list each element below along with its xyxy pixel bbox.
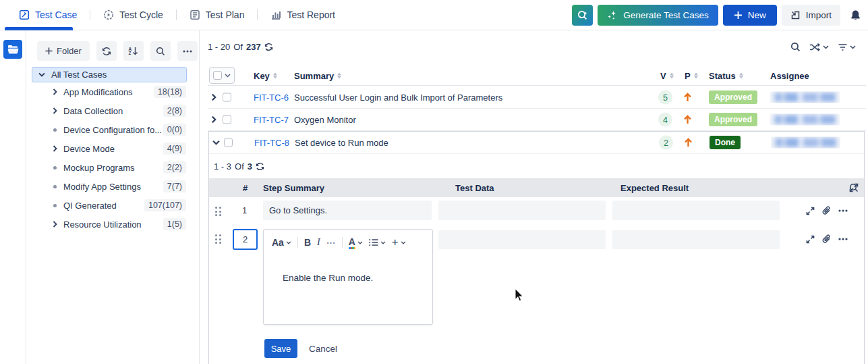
more-step-actions-icon[interactable] (838, 238, 848, 240)
text-style-dropdown[interactable]: Aa (272, 237, 291, 248)
import-button[interactable]: Import (782, 5, 840, 26)
test-case-summary[interactable]: Successful User Login and Bulk Import of… (294, 93, 502, 103)
more-step-actions-icon[interactable] (838, 209, 848, 212)
folders-panel-toggle[interactable] (3, 40, 22, 59)
expand-step-icon[interactable] (806, 207, 815, 215)
refresh-folders-button[interactable] (96, 41, 117, 61)
expand-row-icon[interactable] (211, 116, 216, 124)
step-summary-editor[interactable]: Aa B I ⋯ A + Enable the Run mode. (263, 229, 433, 325)
column-header-version[interactable]: V (660, 71, 674, 81)
tree-item-label: Device Mode (63, 144, 163, 154)
tab-test-cycle[interactable]: Test Cycle (103, 9, 163, 20)
test-case-key-link[interactable]: FIT-TC-6 (254, 93, 289, 103)
version-badge: 5 (658, 90, 672, 105)
column-header-summary[interactable]: Summary (294, 71, 341, 81)
row-checkbox[interactable] (224, 138, 233, 147)
ai-search-button[interactable] (572, 5, 593, 26)
sort-arrows-icon (739, 73, 743, 79)
tree-item-app-modifications[interactable]: App Modifications 18(18) (27, 82, 199, 101)
tree-item-count: 1(5) (163, 218, 186, 230)
select-all-control[interactable] (209, 67, 235, 84)
attachment-icon[interactable] (822, 206, 831, 215)
tab-test-case[interactable]: Test Case (19, 9, 77, 20)
test-plan-icon (190, 9, 200, 20)
more-folder-actions-button[interactable] (177, 41, 198, 61)
refresh-icon[interactable] (264, 43, 273, 51)
test-cycle-icon (103, 9, 114, 20)
tree-item-device-configuration[interactable]: Device Configuration fo... 0(0) (27, 120, 199, 139)
text-color-dropdown[interactable]: A (349, 236, 363, 249)
sort-folders-button[interactable]: AZ (123, 41, 144, 61)
italic-button[interactable]: I (317, 237, 320, 248)
toolbar-separator (342, 237, 343, 248)
tree-item-data-collection[interactable]: Data Collection 2(8) (27, 101, 199, 120)
select-all-checkbox[interactable] (213, 71, 222, 80)
tree-item-resource-utilization[interactable]: Resource Utilization 1(5) (27, 215, 199, 234)
sidebar-toolbar: Folder AZ (37, 41, 198, 61)
notifications-bell-icon[interactable] (850, 9, 861, 22)
test-case-key-link[interactable]: FIT-TC-8 (254, 138, 289, 148)
column-header-status[interactable]: Status (709, 71, 743, 81)
chevron-right-icon (50, 145, 59, 152)
tab-label: Test Plan (206, 9, 245, 20)
refresh-icon[interactable] (256, 162, 264, 171)
tree-item-modify-app-settings[interactable]: Modify App Settings 7(7) (27, 177, 199, 196)
step-summary-cell[interactable]: Go to Settings. (263, 201, 432, 220)
row-checkbox[interactable] (223, 115, 231, 124)
bold-button[interactable]: B (304, 237, 311, 248)
row-checkbox[interactable] (223, 93, 231, 102)
tab-test-plan[interactable]: Test Plan (190, 9, 245, 20)
table-row[interactable]: FIT-TC-6 Successful User Login and Bulk … (208, 86, 866, 109)
test-case-summary[interactable]: Oxygen Monitor (294, 115, 356, 125)
leaf-dot-icon (50, 166, 59, 170)
column-header-priority[interactable]: P (685, 71, 698, 81)
search-icon (156, 47, 165, 56)
tree-item-device-mode[interactable]: Device Mode 4(9) (27, 139, 199, 158)
drag-handle[interactable] (215, 207, 221, 216)
step-expected-result-cell[interactable] (612, 201, 780, 220)
expand-steps-icon[interactable] (849, 183, 859, 192)
step-test-data-cell[interactable] (438, 201, 606, 220)
shuffle-columns-control[interactable] (809, 43, 829, 52)
expand-step-icon[interactable] (806, 235, 815, 244)
cancel-button[interactable]: Cancel (309, 339, 337, 358)
filter-control[interactable] (838, 43, 856, 51)
step-number-input[interactable] (233, 229, 258, 250)
chevron-right-icon (50, 221, 59, 228)
attachment-icon[interactable] (822, 234, 831, 244)
save-button[interactable]: Save (264, 339, 297, 358)
sparkles-icon (607, 10, 617, 20)
more-formatting-button[interactable]: ⋯ (326, 237, 336, 248)
collapse-row-icon[interactable] (212, 140, 220, 145)
expand-row-icon[interactable] (211, 94, 216, 101)
column-header-assignee[interactable]: Assignee (770, 71, 809, 81)
table-row[interactable]: FIT-TC-7 Oxygen Monitor 4 Approved (208, 109, 866, 131)
generate-test-cases-button[interactable]: Generate Test Cases (598, 5, 718, 26)
tree-item-mockup-programs[interactable]: Mockup Programs 2(2) (27, 158, 199, 177)
tab-test-report[interactable]: Test Report (270, 9, 335, 20)
step-expected-result-cell[interactable] (612, 230, 780, 249)
column-header-step-summary: Step Summary (263, 183, 324, 193)
test-case-summary[interactable]: Set device to Run mode (295, 138, 388, 148)
search-folders-button[interactable] (150, 41, 171, 61)
search-list-icon[interactable] (790, 42, 801, 52)
editor-content[interactable]: Enable the Run mode. (264, 254, 432, 283)
folder-sidebar: Folder AZ All Test Cases App Modificatio… (27, 30, 200, 364)
assignee-blurred (771, 137, 840, 149)
tree-item-qi-generated[interactable]: QI Generated 107(107) (27, 196, 199, 215)
tree-item-all-test-cases[interactable]: All Test Cases (32, 67, 187, 82)
sort-arrows-icon (694, 73, 698, 79)
sort-arrows-icon (273, 73, 277, 79)
tree-item-label: Mockup Programs (63, 163, 163, 173)
test-case-key-link[interactable]: FIT-TC-7 (254, 115, 289, 125)
drag-handle[interactable] (215, 234, 221, 244)
list-dropdown[interactable] (369, 238, 386, 246)
step-test-data-cell[interactable] (438, 230, 606, 249)
add-folder-button[interactable]: Folder (37, 41, 90, 61)
insert-dropdown[interactable]: + (392, 236, 406, 249)
status-badge: Approved (709, 113, 757, 126)
table-row-expanded[interactable]: FIT-TC-8 Set device to Run mode 2 Done (209, 132, 864, 154)
tab-label: Test Case (35, 9, 77, 20)
new-button[interactable]: New (723, 5, 777, 26)
column-header-key[interactable]: Key (254, 71, 277, 81)
